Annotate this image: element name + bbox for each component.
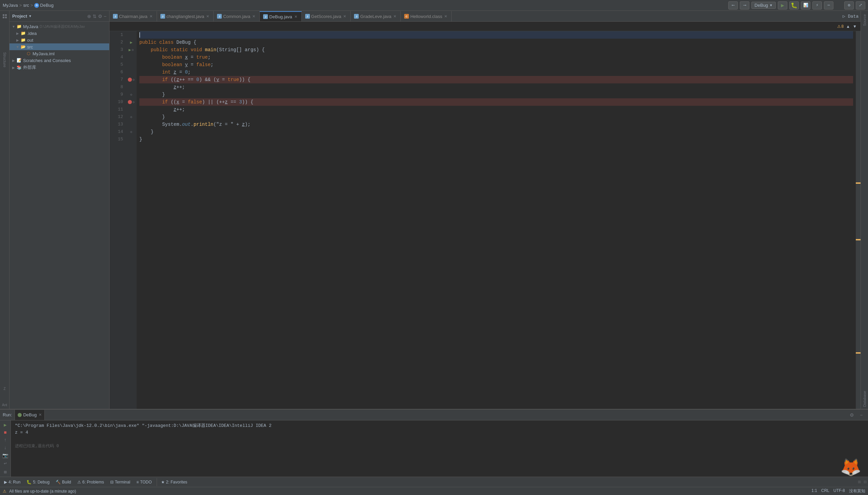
project-dropdown-icon[interactable]: ▼ xyxy=(29,14,32,18)
tree-item-myjava[interactable]: ▼ 📁 MyJava D:\JAVA编译器IDEA\MyJav xyxy=(10,23,109,30)
breakpoint-10[interactable] xyxy=(128,100,132,104)
transfer-icon[interactable]: ⇅ xyxy=(92,14,97,19)
nav-forward-btn[interactable]: ⟶ xyxy=(740,1,749,10)
code-editor[interactable]: 1 2 3 4 5 6 7 8 9 10 11 12 13 14 15 ▶ xyxy=(109,31,861,409)
tree-item-scratches[interactable]: ▶ 📝 Scratches and Consoles xyxy=(10,57,109,64)
debug-icon: D xyxy=(34,3,39,8)
gutter-15 xyxy=(126,136,137,143)
tab-close-debug[interactable]: ✕ xyxy=(294,14,298,19)
run-with-profiler-btn[interactable]: ⚡ xyxy=(812,1,822,10)
code-line-14: } xyxy=(139,128,853,136)
tab-close-common[interactable]: ✕ xyxy=(252,14,256,19)
run-tab-label: DeBug xyxy=(23,412,37,417)
tree-item-idea[interactable]: ▶ 📁 .idea xyxy=(10,30,109,37)
editor-scrollbar[interactable] xyxy=(856,31,861,409)
warning-prev[interactable]: ▲ xyxy=(845,24,851,29)
toolbar-terminal[interactable]: ⊟ Terminal xyxy=(107,478,133,486)
code-line-2: public class DeBug { xyxy=(139,39,853,46)
src-folder-icon: 📂 xyxy=(20,44,26,50)
tab-close-gradeleve[interactable]: ✕ xyxy=(393,14,397,19)
tree-path-myjava: D:\JAVA编译器IDEA\MyJav xyxy=(40,24,85,29)
settings-icon[interactable]: ⚙ xyxy=(98,14,102,19)
expand-side-btn[interactable]: ⊞ xyxy=(2,469,9,475)
stop-btn[interactable]: ■ xyxy=(2,430,9,436)
minimize-bottom-btn[interactable]: − xyxy=(857,411,865,419)
gutter-7[interactable]: ◇ xyxy=(126,76,137,83)
tab-icon-changliang: J xyxy=(160,14,165,19)
toolbar-run[interactable]: ▶ 4: Run xyxy=(1,478,23,486)
scrollbar-marker-1 xyxy=(856,183,861,184)
project-sidebar-icon[interactable] xyxy=(1,12,9,20)
ant-icon[interactable]: Ant xyxy=(1,401,9,409)
tab-changliangtest[interactable]: J changliangtest.java ✕ xyxy=(157,11,214,21)
status-warning-icon: ⚠ xyxy=(3,489,6,494)
warning-bar: ⚠ 8 ▲ ▼ xyxy=(109,22,861,31)
code-line-6: int z = 0; xyxy=(139,68,853,76)
expand-right-btn[interactable]: ⊟ xyxy=(864,480,867,484)
gutter-3[interactable]: ▶ ◇ xyxy=(126,46,137,54)
more-tabs-btn[interactable]: ▷ Data xyxy=(840,11,861,21)
tree-item-external-libs[interactable]: ▶ 📚 外部库 xyxy=(10,64,109,71)
run-arrow-3[interactable]: ▶ xyxy=(129,48,131,53)
tab-close-changliang[interactable]: ✕ xyxy=(205,14,210,19)
warning-next[interactable]: ▼ xyxy=(852,24,858,29)
toolbar-debug[interactable]: 🐛 5: Debug xyxy=(24,478,52,486)
bottom-toolbar: ▶ 4: Run 🐛 5: Debug 🔨 Build ⚠ 6: Problem… xyxy=(0,477,868,487)
toolbar-todo[interactable]: ≡ TODO xyxy=(134,478,154,486)
scroll-up-btn[interactable]: ↑ xyxy=(2,437,9,443)
tab-chairman[interactable]: J Chairman.java ✕ xyxy=(109,11,157,21)
source-label[interactable]: Source xyxy=(862,12,867,28)
fullscreen-btn[interactable]: ⤢ xyxy=(856,1,865,10)
tab-close-helloworld[interactable]: ✕ xyxy=(443,14,448,19)
toolbar-problems[interactable]: ⚠ 6: Problems xyxy=(74,478,107,486)
tree-item-myjava-iml[interactable]: ⬡ MyJava.iml xyxy=(10,50,109,57)
run-tab-debug[interactable]: DeBug ✕ xyxy=(15,410,45,420)
run-tab-close[interactable]: ✕ xyxy=(39,413,42,417)
gutter-2[interactable]: ▶ xyxy=(126,39,137,46)
debug-button[interactable]: 🐛 xyxy=(789,1,799,10)
tab-common[interactable]: J Common.java ✕ xyxy=(214,11,260,21)
toolbar-build[interactable]: 🔨 Build xyxy=(53,478,74,486)
database-label[interactable]: Database xyxy=(862,389,867,409)
tab-gradeleve[interactable]: J GradeLeve.java ✕ xyxy=(351,11,401,21)
minimize-icon[interactable]: − xyxy=(104,14,106,19)
console-output[interactable]: "C:\Program Files\Java\jdk-12.0.2\bin\ja… xyxy=(11,421,868,477)
tree-item-out[interactable]: ▶ 📁 out xyxy=(10,37,109,44)
warning-count: ⚠ 8 xyxy=(837,24,844,29)
tab-getscores[interactable]: J GetScores.java ✕ xyxy=(302,11,351,21)
run-arrow-2[interactable]: ▶ xyxy=(130,40,132,45)
settings-bottom-btn[interactable]: ⚙ xyxy=(848,411,856,419)
wrap-btn[interactable]: ↩ xyxy=(2,460,9,466)
tree-item-src[interactable]: ▼ 📂 src xyxy=(10,44,109,50)
screenshot-btn[interactable]: 📷 xyxy=(2,452,9,459)
line-separator[interactable]: CRL xyxy=(821,488,829,494)
gutter-10[interactable]: ◇ xyxy=(126,98,137,106)
debug-config-selector[interactable]: DeBug ▼ xyxy=(751,2,776,9)
breakpoint-7[interactable] xyxy=(128,78,132,82)
tree-label-external: 外部库 xyxy=(23,64,36,70)
cursor-position[interactable]: 1:1 xyxy=(811,488,817,494)
tab-debug[interactable]: J DeBug.java ✕ xyxy=(260,11,302,21)
z-icon[interactable]: Z xyxy=(1,385,9,393)
src-folder[interactable]: src xyxy=(23,3,29,8)
encoding[interactable]: UTF-8 xyxy=(833,488,845,494)
tab-helloworld[interactable]: C Helloworld.class ✕ xyxy=(401,11,452,21)
favorites-section: ★ 2: Favorites xyxy=(157,478,190,486)
add-icon[interactable]: ⊕ xyxy=(87,14,91,19)
toolbar-favorites[interactable]: ★ 2: Favorites xyxy=(158,478,190,486)
settings-btn[interactable]: ⚙ xyxy=(844,1,854,10)
tab-close-getscores[interactable]: ✕ xyxy=(342,14,347,19)
run-coverage-btn[interactable]: 📊 xyxy=(801,1,810,10)
nav-back-btn[interactable]: ⟵ xyxy=(728,1,738,10)
run-button[interactable]: ▶ xyxy=(778,1,787,10)
project-name[interactable]: MyJava xyxy=(3,3,18,8)
console-line-2: z = 4 xyxy=(15,429,864,436)
project-panel: Project ▼ ⊕ ⇅ ⚙ − ▼ 📁 MyJava D:\JAVA编译器I… xyxy=(10,11,109,409)
scroll-down-btn[interactable]: ↓ xyxy=(2,445,9,451)
more-run-btn[interactable]: ⋯ xyxy=(824,1,833,10)
run-play-btn[interactable]: ▶ xyxy=(2,422,9,428)
tab-close-chairman[interactable]: ✕ xyxy=(149,14,153,19)
code-content[interactable]: public class DeBug { public static void … xyxy=(137,31,856,409)
expand-left-btn[interactable]: ⊞ xyxy=(858,480,861,484)
structure-sidebar-icon[interactable]: Structure xyxy=(1,56,9,64)
